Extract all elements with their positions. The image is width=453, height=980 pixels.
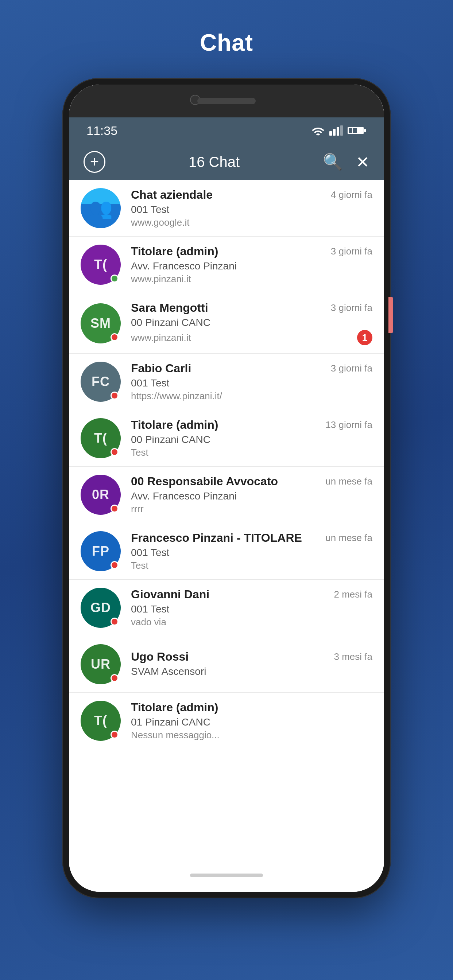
avatar-wrap: SM	[81, 303, 121, 344]
battery-icon	[348, 126, 367, 135]
chat-name: Titolare (admin)	[131, 245, 218, 258]
wifi-icon	[311, 126, 325, 135]
svg-rect-1	[333, 129, 335, 135]
phone-frame: 11:35	[62, 78, 391, 898]
chat-name: Titolare (admin)	[131, 418, 218, 432]
avatar-wrap: UR	[81, 644, 121, 684]
chat-preview: Test	[131, 560, 372, 571]
close-icon[interactable]: ✕	[356, 153, 370, 171]
svg-rect-0	[329, 131, 332, 135]
chat-info: Titolare (admin) 01 Pinzani CANC Nessun …	[131, 701, 372, 741]
chat-sub: Avv. Francesco Pinzani	[131, 260, 372, 272]
chat-list: 👥 Chat aziendale 4 giorni fa 001 Test ww…	[69, 180, 384, 859]
avatar-wrap: FP	[81, 531, 121, 571]
chat-time: 3 giorni fa	[331, 246, 372, 257]
chat-info: Ugo Rossi 3 mesi fa SVAM Ascensori	[131, 650, 372, 679]
phone-screen: 11:35	[69, 84, 384, 892]
page-title: Chat	[200, 29, 253, 56]
chat-sub: Avv. Francesco Pinzani	[131, 490, 372, 502]
app-header: + 16 Chat 🔍 ✕	[69, 144, 384, 180]
avatar-initials: SM	[91, 316, 111, 331]
chat-name-row: Titolare (admin) 3 giorni fa	[131, 245, 372, 258]
list-item[interactable]: T( Titolare (admin) 01 Pinzani CANC Ness…	[69, 693, 384, 749]
status-time: 11:35	[86, 124, 118, 138]
phone-side-button	[388, 297, 393, 333]
svg-rect-6	[353, 128, 357, 133]
chat-name-row: Chat aziendale 4 giorni fa	[131, 188, 372, 202]
online-dot	[110, 333, 118, 341]
chat-name: Giovanni Dani	[131, 588, 209, 601]
chat-name: Fabio Carli	[131, 362, 191, 375]
chat-time: un mese fa	[325, 476, 372, 487]
unread-badge: 1	[357, 330, 372, 345]
chat-time: 3 giorni fa	[331, 302, 372, 313]
status-bar: 11:35	[69, 118, 384, 144]
search-icon[interactable]: 🔍	[323, 153, 343, 171]
chat-info: Titolare (admin) 3 giorni fa Avv. France…	[131, 245, 372, 285]
list-item[interactable]: 0R 00 Responsabile Avvocato un mese fa A…	[69, 467, 384, 523]
online-dot	[110, 391, 118, 399]
chat-info: Sara Mengotti 3 giorni fa 00 Pinzani CAN…	[131, 301, 372, 345]
chat-sub: 00 Pinzani CANC	[131, 434, 372, 445]
avatar-initials: T(	[94, 257, 107, 272]
chat-name-row: 00 Responsabile Avvocato un mese fa	[131, 475, 372, 488]
list-item[interactable]: FC Fabio Carli 3 giorni fa 001 Test http…	[69, 354, 384, 410]
online-dot	[110, 730, 118, 739]
svg-rect-7	[364, 129, 366, 132]
list-item[interactable]: FP Francesco Pinzani - TITOLARE un mese …	[69, 523, 384, 580]
chat-sub: 01 Pinzani CANC	[131, 716, 372, 728]
chat-name: Francesco Pinzani - TITOLARE	[131, 531, 302, 545]
chat-preview: www.pinzani.it	[131, 274, 372, 285]
signal-icon	[329, 126, 343, 135]
chat-info: Giovanni Dani 2 mesi fa 001 Test vado vi…	[131, 588, 372, 628]
chat-info: Chat aziendale 4 giorni fa 001 Test www.…	[131, 188, 372, 228]
chat-preview: www.google.it	[131, 217, 372, 228]
phone-speaker	[197, 98, 256, 104]
chat-name-row: Fabio Carli 3 giorni fa	[131, 362, 372, 375]
list-item[interactable]: T( Titolare (admin) 3 giorni fa Avv. Fra…	[69, 237, 384, 293]
chat-preview: vado via	[131, 617, 372, 628]
chat-info: 00 Responsabile Avvocato un mese fa Avv.…	[131, 475, 372, 515]
avatar-initials: GD	[91, 600, 111, 616]
chat-time: 3 mesi fa	[334, 651, 373, 662]
chat-info: Titolare (admin) 13 giorni fa 00 Pinzani…	[131, 418, 372, 458]
online-dot	[110, 617, 118, 625]
list-item[interactable]: T( Titolare (admin) 13 giorni fa 00 Pinz…	[69, 410, 384, 467]
online-dot	[110, 561, 118, 569]
chat-preview: Nessun messaggio...	[131, 730, 372, 741]
svg-rect-3	[340, 126, 343, 135]
chat-sub: 001 Test	[131, 377, 372, 389]
avatar-initials: FC	[91, 374, 110, 390]
svg-rect-5	[349, 128, 353, 133]
list-item[interactable]: SM Sara Mengotti 3 giorni fa 00 Pinzani …	[69, 293, 384, 354]
avatar-wrap: 👥	[81, 188, 121, 228]
chat-preview: rrrr	[131, 503, 372, 515]
chat-time: 3 giorni fa	[331, 363, 372, 374]
chat-info: Francesco Pinzani - TITOLARE un mese fa …	[131, 531, 372, 571]
chat-name-row: Francesco Pinzani - TITOLARE un mese fa	[131, 531, 372, 545]
avatar-initials: 0R	[92, 487, 109, 503]
phone-bottom-bar	[69, 859, 384, 892]
add-button[interactable]: +	[83, 151, 105, 173]
avatar-initials: T(	[94, 713, 107, 729]
avatar: 👥	[81, 188, 121, 228]
list-item[interactable]: GD Giovanni Dani 2 mesi fa 001 Test vado…	[69, 580, 384, 636]
chat-sub: 001 Test	[131, 204, 372, 215]
chat-name: Sara Mengotti	[131, 301, 208, 315]
svg-rect-2	[337, 127, 339, 135]
chat-time: 13 giorni fa	[325, 419, 372, 431]
avatar-wrap: FC	[81, 362, 121, 402]
avatar-wrap: GD	[81, 588, 121, 628]
chat-name: 00 Responsabile Avvocato	[131, 475, 278, 488]
chat-name: Ugo Rossi	[131, 650, 188, 663]
chat-name: Chat aziendale	[131, 188, 213, 202]
header-title: 16 Chat	[188, 154, 239, 170]
chat-name: Titolare (admin)	[131, 701, 218, 714]
list-item[interactable]: UR Ugo Rossi 3 mesi fa SVAM Ascensori	[69, 636, 384, 693]
chat-name-row: Titolare (admin)	[131, 701, 372, 714]
chat-icon: 👥	[89, 197, 113, 220]
chat-preview: https://www.pinzani.it/	[131, 390, 372, 402]
header-actions: 🔍 ✕	[323, 153, 370, 171]
avatar-wrap: T(	[81, 701, 121, 741]
list-item[interactable]: 👥 Chat aziendale 4 giorni fa 001 Test ww…	[69, 180, 384, 237]
